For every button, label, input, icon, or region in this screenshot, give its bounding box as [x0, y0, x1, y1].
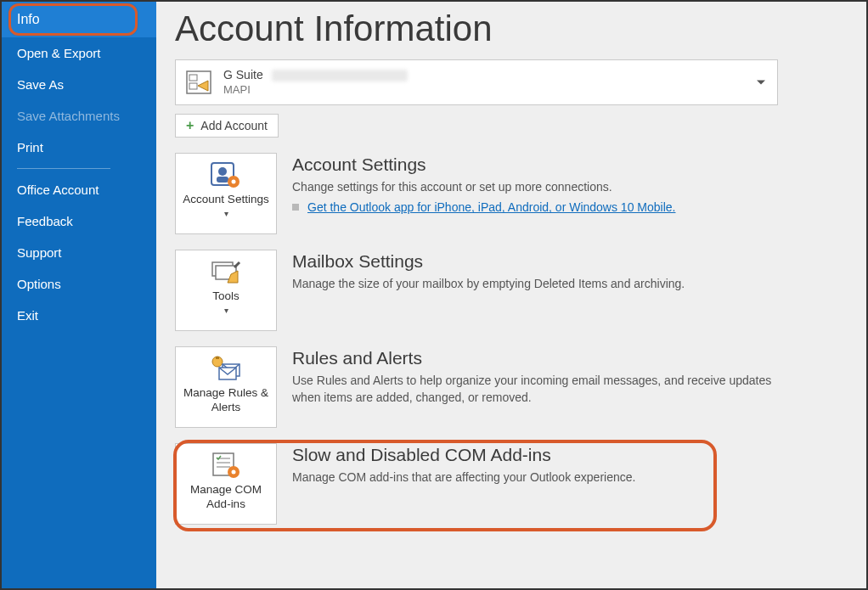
- tools-tile-label: Tools: [212, 289, 240, 304]
- svg-rect-14: [216, 357, 219, 359]
- rules-alerts-title: Rules and Alerts: [292, 348, 778, 368]
- sidebar-item-open-export[interactable]: Open & Export: [2, 37, 156, 69]
- add-account-label: Add Account: [200, 119, 268, 132]
- manage-rules-tile[interactable]: Manage Rules & Alerts: [175, 346, 277, 428]
- sidebar-item-print[interactable]: Print: [2, 132, 156, 163]
- account-selector-dropdown[interactable]: G Suite MAPI: [175, 59, 778, 105]
- svg-rect-1: [189, 75, 197, 81]
- sidebar-item-save-as[interactable]: Save As: [2, 69, 156, 100]
- com-addins-icon: [209, 451, 243, 480]
- account-settings-tile[interactable]: Account Settings ▾: [175, 153, 277, 234]
- svg-point-8: [232, 180, 236, 184]
- svg-rect-6: [217, 177, 228, 183]
- svg-point-5: [218, 167, 227, 176]
- rules-alerts-icon: [209, 354, 243, 383]
- svg-line-12: [234, 262, 240, 267]
- mailbox-settings-desc: Manage the size of your mailbox by empty…: [292, 275, 778, 292]
- manage-rules-tile-label: Manage Rules & Alerts: [181, 386, 271, 415]
- add-account-button[interactable]: + Add Account: [175, 114, 279, 138]
- chevron-down-icon: [757, 81, 765, 85]
- account-settings-tile-label: Account Settings: [183, 193, 268, 207]
- svg-point-22: [232, 470, 236, 475]
- com-addins-desc: Manage COM add-ins that are affecting yo…: [292, 469, 786, 486]
- rules-alerts-desc: Use Rules and Alerts to help organize yo…: [292, 372, 778, 407]
- sidebar-item-office-account[interactable]: Office Account: [2, 174, 156, 205]
- chevron-down-icon: ▾: [224, 209, 228, 218]
- backstage-sidebar: Info Open & Export Save As Save Attachme…: [2, 2, 156, 588]
- page-title: Account Information: [175, 8, 843, 49]
- manage-com-addins-tile[interactable]: Manage COM Add-ins: [175, 443, 277, 525]
- plus-icon: +: [186, 119, 194, 132]
- sidebar-item-save-attachments: Save Attachments: [2, 100, 156, 132]
- chevron-down-icon: ▾: [224, 306, 228, 315]
- account-prefix: G Suite: [223, 68, 263, 83]
- account-name-line: G Suite: [223, 68, 408, 83]
- sidebar-item-exit[interactable]: Exit: [2, 300, 156, 331]
- svg-marker-3: [198, 81, 208, 91]
- get-outlook-app-link[interactable]: Get the Outlook app for iPhone, iPad, An…: [307, 200, 675, 214]
- sidebar-item-options[interactable]: Options: [2, 268, 156, 300]
- mailbox-icon: [184, 68, 213, 97]
- account-type-line: MAPI: [223, 83, 408, 97]
- manage-com-addins-tile-label: Manage COM Add-ins: [181, 483, 271, 512]
- mailbox-settings-title: Mailbox Settings: [292, 251, 778, 272]
- account-settings-title: Account Settings: [292, 155, 778, 175]
- bullet-icon: [292, 204, 299, 211]
- sidebar-separator: [17, 168, 110, 169]
- tools-icon: [209, 257, 243, 286]
- sidebar-item-support[interactable]: Support: [2, 237, 156, 268]
- account-email-redacted: [272, 70, 408, 81]
- com-addins-title: Slow and Disabled COM Add-ins: [292, 445, 786, 465]
- main-content: Account Information G Suite MAPI: [156, 2, 866, 588]
- svg-rect-2: [189, 83, 197, 89]
- tools-tile[interactable]: Tools ▾: [175, 250, 277, 331]
- sidebar-item-feedback[interactable]: Feedback: [2, 205, 156, 237]
- account-settings-desc: Change settings for this account or set …: [292, 178, 778, 195]
- sidebar-item-info[interactable]: Info: [2, 2, 156, 37]
- account-settings-icon: [209, 160, 243, 189]
